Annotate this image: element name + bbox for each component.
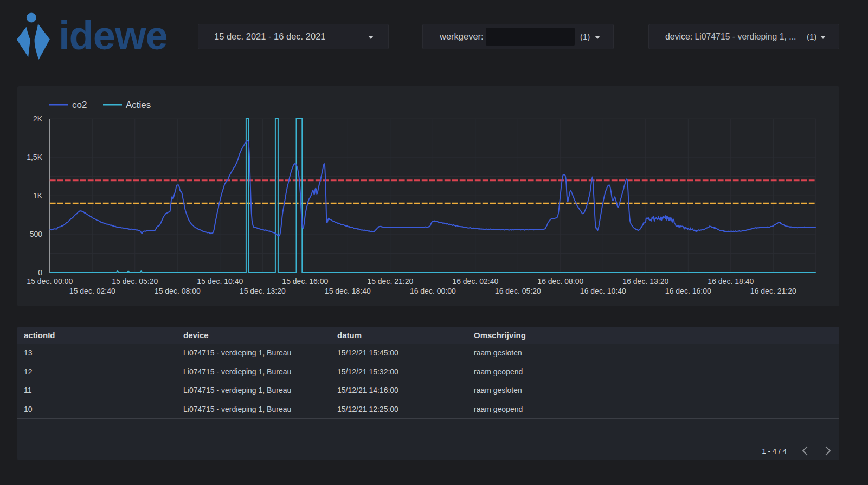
svg-text:15 dec. 08:00: 15 dec. 08:00 [155,287,201,295]
svg-text:16 dec. 02:40: 16 dec. 02:40 [452,277,498,286]
svg-text:Acties: Acties [126,100,151,110]
svg-text:co2: co2 [72,100,87,110]
svg-text:15 dec. 02:40: 15 dec. 02:40 [69,287,115,295]
svg-text:1,5K: 1,5K [27,153,42,161]
svg-text:16 dec. 05:20: 16 dec. 05:20 [495,287,541,295]
svg-text:idewe: idewe [59,13,168,58]
svg-text:15 dec. 16:00: 15 dec. 16:00 [282,277,328,286]
svg-text:2K: 2K [33,114,43,123]
svg-text:15 dec. 05:20: 15 dec. 05:20 [112,277,158,286]
svg-text:500: 500 [30,230,43,238]
svg-text:16 dec. 10:40: 16 dec. 10:40 [580,287,626,295]
svg-text:15 dec. 13:20: 15 dec. 13:20 [240,287,286,295]
svg-text:15 dec. 21:20: 15 dec. 21:20 [367,277,413,286]
svg-text:0: 0 [38,268,42,277]
svg-text:16 dec. 16:00: 16 dec. 16:00 [665,287,711,295]
svg-text:16 dec. 13:20: 16 dec. 13:20 [622,277,668,286]
svg-text:15 dec. 18:40: 15 dec. 18:40 [325,287,371,295]
svg-text:15 dec. 10:40: 15 dec. 10:40 [197,277,243,286]
svg-text:16 dec. 21:20: 16 dec. 21:20 [750,287,796,295]
svg-text:16 dec. 00:00: 16 dec. 00:00 [410,287,456,295]
svg-text:16 dec. 08:00: 16 dec. 08:00 [537,277,583,286]
svg-text:16 dec. 18:40: 16 dec. 18:40 [708,277,754,286]
svg-text:15 dec. 00:00: 15 dec. 00:00 [27,277,73,286]
svg-text:1K: 1K [33,191,43,200]
